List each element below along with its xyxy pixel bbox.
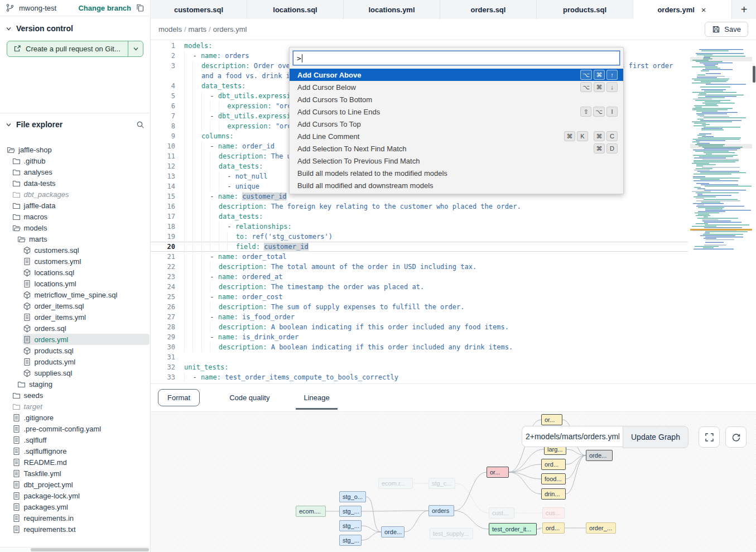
- create-pr-button[interactable]: Create a pull request on Git...: [7, 41, 143, 57]
- code-line[interactable]: 18- relationships:: [151, 222, 688, 232]
- file-tree-item-locations.sql[interactable]: locations.sql: [23, 267, 150, 278]
- file-tree-item-requirements.txt[interactable]: requirements.txt: [12, 524, 150, 535]
- code-line[interactable]: 31: [151, 352, 688, 362]
- lineage-node-or_pink[interactable]: or...: [487, 467, 509, 478]
- code-line[interactable]: 19to: ref('stg_customers'): [151, 232, 688, 242]
- tab-locations.sql[interactable]: locations.sql: [247, 0, 344, 19]
- panel-tab-code-quality[interactable]: Code quality: [225, 384, 274, 411]
- file-tree-item-orders.sql[interactable]: orders.sql: [23, 323, 150, 334]
- file-explorer-header[interactable]: File explorer: [0, 113, 150, 133]
- code-line[interactable]: 29- name: is_drink_order: [151, 332, 688, 342]
- file-tree-item-metricflow_time_spine.sql[interactable]: metricflow_time_spine.sql: [23, 289, 150, 300]
- fullscreen-button[interactable]: [699, 426, 720, 448]
- code-line[interactable]: 25- name: order_cost: [151, 292, 688, 302]
- lineage-node-stg_o[interactable]: stg_o...: [339, 491, 366, 502]
- file-tree-item-products.sql[interactable]: products.sql: [23, 345, 150, 356]
- palette-item[interactable]: Add Selection To Next Find Match⌘D: [290, 142, 623, 155]
- palette-item[interactable]: Add Cursors To Bottom: [290, 93, 623, 105]
- new-tab-button[interactable]: +: [732, 0, 756, 19]
- lineage-node-stg_c[interactable]: stg_c...: [428, 478, 455, 489]
- command-palette-input[interactable]: >: [293, 51, 620, 65]
- change-branch-link[interactable]: Change branch: [78, 4, 131, 12]
- breadcrumb-segment[interactable]: models: [158, 25, 182, 33]
- tab-orders.sql[interactable]: orders.sql: [440, 0, 537, 19]
- file-tree-item-customers.yml[interactable]: customers.yml: [23, 256, 150, 267]
- lineage-node-orders[interactable]: orders: [428, 505, 454, 516]
- code-line[interactable]: 28description: A boolean indicating if t…: [151, 322, 688, 332]
- tab-close-icon[interactable]: ×: [700, 6, 707, 14]
- file-tree-item-dbt_project.yml[interactable]: dbt_project.yml: [12, 479, 150, 490]
- file-tree-item-jaffle-data[interactable]: jaffle-data: [12, 200, 150, 211]
- palette-item[interactable]: Add Selection To Previous Find Match: [290, 155, 623, 167]
- file-tree-item-order_items.yml[interactable]: order_items.yml: [23, 311, 150, 323]
- lineage-node-stg1[interactable]: stg_...: [339, 506, 362, 517]
- code-line[interactable]: 23- name: ordered_at: [151, 272, 688, 282]
- file-tree-item-.sqlfluffignore[interactable]: .sqlfluffignore: [12, 445, 150, 457]
- copy-icon[interactable]: [136, 3, 145, 12]
- file-tree-item-macros[interactable]: macros: [12, 211, 150, 222]
- lineage-node-or_y[interactable]: or...: [541, 414, 562, 425]
- lineage-node-ord_y2[interactable]: ord...: [542, 522, 565, 534]
- lineage-node-ecom[interactable]: ecom....: [296, 506, 326, 517]
- lineage-node-orde_gray[interactable]: orde...: [586, 450, 613, 461]
- lineage-node-order_items[interactable]: order_...: [586, 522, 616, 534]
- file-tree-item-supplies.sql[interactable]: supplies.sql: [23, 367, 150, 378]
- tab-products.sql[interactable]: products.sql: [537, 0, 633, 19]
- file-tree-item-data-tests[interactable]: data-tests: [12, 177, 150, 189]
- file-tree-item-Taskfile.yml[interactable]: Taskfile.yml: [12, 468, 150, 479]
- lineage-search-input[interactable]: [522, 426, 623, 447]
- editor-scrollbar[interactable]: [752, 40, 756, 384]
- lineage-node-orde1[interactable]: orde...: [381, 526, 405, 537]
- lineage-node-ecom_r[interactable]: ecom.r...: [378, 478, 413, 489]
- code-line[interactable]: 24description: The timestamp the order w…: [151, 282, 688, 292]
- file-tree-item-order_items.sql[interactable]: order_items.sql: [23, 300, 150, 311]
- file-tree-item-staging[interactable]: staging: [17, 378, 150, 390]
- code-line[interactable]: 16description: The foreign key relating …: [151, 201, 688, 212]
- file-tree-item-orders.yml[interactable]: orders.yml: [23, 334, 150, 345]
- palette-item[interactable]: Add Cursors to Line Ends⇧⌥I: [290, 105, 623, 118]
- file-tree-item-packages.yml[interactable]: packages.yml: [12, 501, 150, 512]
- tab-customers.sql[interactable]: customers.sql: [151, 0, 247, 19]
- save-button[interactable]: Save: [705, 22, 748, 37]
- file-tree-item-.github[interactable]: .github: [12, 155, 150, 166]
- version-control-header[interactable]: Version control: [0, 16, 150, 37]
- file-tree-item-target[interactable]: target: [12, 401, 150, 412]
- refresh-button[interactable]: [725, 426, 747, 448]
- code-line[interactable]: 33- name: test_order_items_compute_to_bo…: [151, 372, 688, 382]
- code-line[interactable]: 32unit_tests:: [151, 362, 688, 372]
- scrollbar-thumb[interactable]: [753, 66, 755, 83]
- code-line[interactable]: 27- name: is_food_order: [151, 312, 688, 322]
- code-line[interactable]: 22description: The total amount of the o…: [151, 262, 688, 272]
- lineage-node-test_order[interactable]: test_order_it...: [489, 523, 537, 535]
- palette-item[interactable]: Add Line Comment⌘K⌘C: [290, 130, 623, 142]
- file-tree-item-package-lock.yml[interactable]: package-lock.yml: [12, 490, 150, 501]
- format-button[interactable]: Format: [158, 389, 200, 406]
- file-tree-item-marts[interactable]: marts: [17, 233, 150, 244]
- file-tree-item-products.yml[interactable]: products.yml: [23, 356, 150, 367]
- code-line[interactable]: 17data_tests:: [151, 212, 688, 222]
- code-line[interactable]: 26description: The sum of supply expense…: [151, 302, 688, 312]
- pr-dropdown-toggle[interactable]: [128, 41, 143, 56]
- file-tree-item-locations.yml[interactable]: locations.yml: [23, 278, 150, 289]
- palette-item[interactable]: Add Cursor Below⌥⌘↓: [290, 81, 623, 93]
- lineage-node-drin[interactable]: drin...: [541, 488, 566, 500]
- panel-tab-lineage[interactable]: Lineage: [299, 384, 334, 411]
- code-line[interactable]: 21- name: order_total: [151, 252, 688, 262]
- lineage-canvas[interactable]: ecom.r...stg_c...cust...test_supply...cu…: [151, 411, 756, 552]
- breadcrumb-segment[interactable]: orders.yml: [213, 25, 247, 33]
- lineage-node-cust_f[interactable]: cust...: [489, 507, 514, 519]
- search-icon[interactable]: [136, 121, 145, 129]
- file-tree-item-seeds[interactable]: seeds: [12, 390, 150, 401]
- lineage-node-food[interactable]: food...: [541, 473, 566, 484]
- sidebar-horizontal-scrollbar[interactable]: [0, 547, 150, 552]
- lineage-node-ord_y1[interactable]: ord...: [541, 459, 566, 470]
- code-line[interactable]: 30description: A boolean indicating if t…: [151, 342, 688, 352]
- minimap[interactable]: [690, 48, 752, 250]
- code-line-current[interactable]: 20field: customer_id: [151, 242, 688, 252]
- palette-item[interactable]: Build all modified and downstream models: [290, 179, 623, 191]
- palette-item[interactable]: Add Cursor Above⌥⌘↑: [290, 69, 623, 81]
- breadcrumb-segment[interactable]: marts: [189, 25, 207, 33]
- file-tree-item-.sqlfluff[interactable]: .sqlfluff: [12, 434, 150, 445]
- update-graph-button[interactable]: Update Graph: [623, 426, 688, 448]
- tab-locations.yml[interactable]: locations.yml: [344, 0, 440, 19]
